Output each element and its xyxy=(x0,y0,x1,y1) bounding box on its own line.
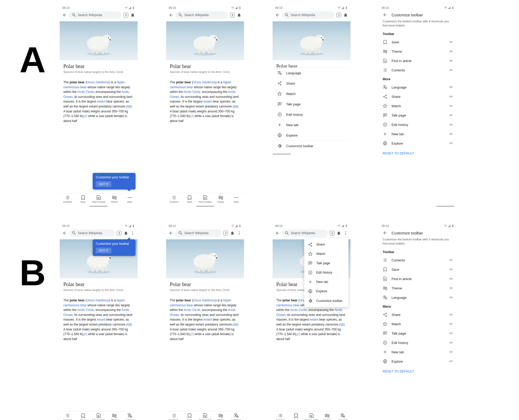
row-language[interactable]: Language xyxy=(379,83,457,92)
reset-to-default-button[interactable]: RESET TO DEFAULT xyxy=(379,148,457,159)
overflow-menu-icon[interactable] xyxy=(343,231,348,235)
reference-56[interactable]: [5][6] xyxy=(126,105,132,108)
row-watch[interactable]: Watch xyxy=(379,319,457,329)
toolbar-language[interactable]: Language xyxy=(335,413,351,420)
popup-share[interactable]: Share xyxy=(304,240,348,249)
toolbar-more[interactable]: More xyxy=(122,195,138,203)
toolbar-contents[interactable]: Contents xyxy=(60,195,75,203)
toolbar-theme[interactable]: Theme xyxy=(319,413,335,420)
overflow-menu-icon[interactable] xyxy=(237,231,241,235)
notifications-icon[interactable] xyxy=(237,13,241,17)
row-newtab[interactable]: New tab xyxy=(379,129,457,139)
row-newtab[interactable]: New tab xyxy=(379,347,457,357)
row-find[interactable]: Find in article xyxy=(379,274,457,283)
popup-talk[interactable]: Talk page xyxy=(304,259,348,268)
row-save[interactable]: Save xyxy=(379,265,457,274)
toolbar-theme[interactable]: Theme xyxy=(213,413,228,420)
notifications-icon[interactable] xyxy=(336,231,341,235)
row-find[interactable]: Find in article xyxy=(379,56,457,65)
popup-watch[interactable]: Watch xyxy=(304,249,348,259)
toolbar-theme[interactable]: Theme xyxy=(213,195,228,203)
toolbar-theme[interactable]: Theme xyxy=(106,413,122,420)
drag-handle-icon[interactable] xyxy=(449,94,453,99)
back-icon[interactable] xyxy=(62,13,67,17)
row-theme[interactable]: Theme xyxy=(379,283,457,293)
row-edit[interactable]: Edit history xyxy=(379,338,457,347)
toolbar-find[interactable]: Find in article xyxy=(91,413,106,420)
row-share[interactable]: Share xyxy=(379,310,457,319)
drag-handle-icon[interactable] xyxy=(449,331,453,336)
row-contents[interactable]: Contents xyxy=(379,255,457,265)
toolbar-contents[interactable]: Contents xyxy=(166,195,182,203)
popup-newtab[interactable]: New tab xyxy=(304,277,348,287)
sheet-explore[interactable]: Explore xyxy=(273,130,351,140)
drag-handle-icon[interactable] xyxy=(449,132,453,136)
toolbar-theme[interactable]: Theme xyxy=(106,195,122,203)
back-icon[interactable] xyxy=(169,13,173,17)
toolbar-find[interactable]: Find in article xyxy=(304,413,319,420)
popup-explore[interactable]: Explore xyxy=(304,287,348,296)
drag-handle-icon[interactable] xyxy=(449,49,453,54)
notifications-icon[interactable] xyxy=(343,13,348,17)
search-input[interactable]: Search Wikipedia xyxy=(282,229,328,237)
row-save[interactable]: Save xyxy=(379,37,457,47)
row-explore[interactable]: Explore xyxy=(379,139,457,148)
drag-handle-icon[interactable] xyxy=(449,258,453,262)
overflow-menu-icon[interactable] xyxy=(130,231,135,235)
drag-handle-icon[interactable] xyxy=(449,68,453,72)
toolbar-find[interactable]: Find in article xyxy=(197,195,213,203)
notifications-icon[interactable] xyxy=(124,231,128,235)
back-icon[interactable] xyxy=(275,231,280,235)
tab-count[interactable]: 3 xyxy=(124,13,128,17)
sheet-newtab[interactable]: New tab xyxy=(273,120,351,130)
search-input[interactable]: Search Wikipedia xyxy=(69,229,115,237)
toolbar-more[interactable]: More xyxy=(228,195,244,203)
popup-edit[interactable]: Edit history xyxy=(304,268,348,277)
link-extant[interactable]: extant xyxy=(97,100,105,103)
drag-handle-icon[interactable] xyxy=(449,340,453,345)
toolbar-contents[interactable]: Contents xyxy=(60,413,75,420)
row-language[interactable]: Language xyxy=(379,293,457,302)
drag-handle-icon[interactable] xyxy=(449,122,453,127)
drag-handle-icon[interactable] xyxy=(449,113,453,118)
toolbar-save[interactable]: Save xyxy=(182,195,197,203)
drag-handle-icon[interactable] xyxy=(449,104,453,108)
toolbar-contents[interactable]: Contents xyxy=(273,413,288,420)
sheet-share[interactable]: Share xyxy=(273,78,351,89)
row-talk[interactable]: Talk page xyxy=(379,329,457,338)
drag-handle-icon[interactable] xyxy=(449,312,453,317)
row-edit[interactable]: Edit history xyxy=(379,120,457,129)
drag-handle-icon[interactable] xyxy=(449,58,453,63)
back-icon[interactable] xyxy=(62,231,67,235)
drag-handle-icon[interactable] xyxy=(449,286,453,290)
drag-handle-icon[interactable] xyxy=(449,295,453,300)
sheet-edit-history[interactable]: Edit history xyxy=(273,109,351,120)
toolbar-save[interactable]: Save xyxy=(75,195,91,203)
search-input[interactable]: Search Wikipedia xyxy=(176,11,228,19)
tab-count[interactable]: 3 xyxy=(330,231,334,235)
link-arctic-circle[interactable]: Arctic Circle xyxy=(77,90,94,94)
row-theme[interactable]: Theme xyxy=(379,47,457,56)
toolbar-language[interactable]: Language xyxy=(228,413,244,420)
row-watch[interactable]: Watch xyxy=(379,101,457,111)
sheet-watch[interactable]: Watch xyxy=(273,89,351,99)
sheet-customize[interactable]: Customize toolbar xyxy=(273,141,351,151)
toolbar-language[interactable]: Language xyxy=(122,413,138,420)
back-icon[interactable] xyxy=(275,13,280,17)
reference-7[interactable]: [7] xyxy=(84,115,87,118)
tooltip-gotit-button[interactable]: GOT IT xyxy=(96,181,111,187)
notifications-icon[interactable] xyxy=(230,231,235,235)
row-contents[interactable]: Contents xyxy=(379,65,457,75)
reset-to-default-button[interactable]: RESET TO DEFAULT xyxy=(379,366,457,377)
tab-count[interactable]: 3 xyxy=(336,13,341,17)
toolbar-save[interactable]: Save xyxy=(75,413,91,420)
back-icon[interactable] xyxy=(169,231,173,235)
search-input[interactable]: Search Wikipedia xyxy=(69,11,122,19)
search-input[interactable]: Search Wikipedia xyxy=(282,11,334,19)
notifications-icon[interactable] xyxy=(130,13,135,17)
link-ursus[interactable]: Ursus maritimus xyxy=(86,80,109,84)
drag-handle-icon[interactable] xyxy=(449,267,453,272)
row-talk[interactable]: Talk page xyxy=(379,111,457,120)
drag-handle-icon[interactable] xyxy=(449,85,453,90)
back-icon[interactable] xyxy=(383,231,387,235)
